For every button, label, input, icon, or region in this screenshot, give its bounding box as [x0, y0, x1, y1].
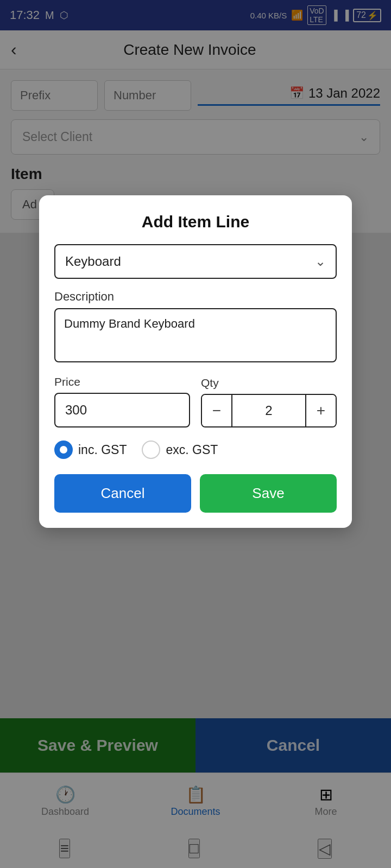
inc-gst-option[interactable]: inc. GST — [54, 441, 127, 459]
qty-value: 2 — [232, 403, 305, 418]
qty-group: Qty − 2 + — [201, 376, 337, 427]
price-label: Price — [54, 375, 190, 388]
qty-label: Qty — [201, 376, 337, 390]
modal-title: Add Item Line — [54, 213, 337, 231]
qty-increase-button[interactable]: + — [306, 395, 336, 426]
modal-buttons: Cancel Save — [54, 474, 337, 513]
modal-save-button[interactable]: Save — [200, 474, 337, 513]
price-input[interactable] — [54, 393, 190, 427]
description-input[interactable]: <span data-bind="modal.description_value… — [54, 308, 337, 362]
modal-cancel-button[interactable]: Cancel — [54, 474, 191, 513]
qty-decrease-button[interactable]: − — [202, 395, 231, 426]
gst-options-row: inc. GST exc. GST — [54, 441, 337, 459]
qty-stepper: − 2 + — [201, 394, 337, 427]
item-select-dropdown[interactable]: Keyboard ⌄ — [54, 244, 337, 279]
add-item-modal: Add Item Line Keyboard ⌄ Description <sp… — [39, 195, 352, 528]
price-group: Price — [54, 375, 190, 427]
item-selected-value: Keyboard — [65, 254, 121, 269]
item-dropdown-chevron-icon: ⌄ — [315, 254, 326, 269]
inc-gst-radio[interactable] — [54, 441, 73, 459]
exc-gst-radio[interactable] — [142, 441, 160, 459]
exc-gst-label: exc. GST — [166, 443, 218, 457]
exc-gst-option[interactable]: exc. GST — [142, 441, 218, 459]
description-label: Description — [54, 290, 337, 304]
inc-gst-label: inc. GST — [78, 443, 127, 457]
price-qty-row: Price Qty − 2 + — [54, 375, 337, 427]
